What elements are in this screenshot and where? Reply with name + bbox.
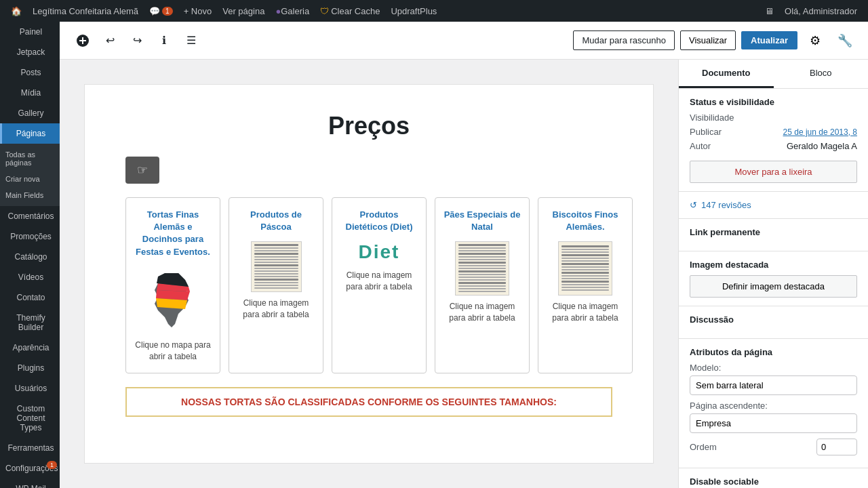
admin-greeting[interactable]: Olá, Administrador <box>779 0 863 22</box>
admin-clear-cache[interactable]: 🛡 Clear Cache <box>315 0 385 22</box>
editor-wrap: ↩ ↪ ℹ ☰ Mudar para rascunho Visualizar A… <box>60 22 868 488</box>
order-input[interactable] <box>816 439 857 455</box>
info-button[interactable]: ℹ <box>152 28 176 53</box>
admin-comments[interactable]: 💬 1 <box>144 0 178 22</box>
admin-bar: 🏠 Legítima Confeitaria Alemã 💬 1 + Novo … <box>0 0 868 22</box>
sidebar-item-videos[interactable]: Vídeos <box>0 267 60 287</box>
pascoa-doc-image <box>251 241 302 292</box>
painel-label: Painel <box>20 27 42 37</box>
sidebar-item-midia[interactable]: Mídia <box>0 83 60 103</box>
sidebar-item-contato[interactable]: Contato <box>0 287 60 308</box>
admin-right: 🖥 Olá, Administrador <box>760 0 863 22</box>
price-card-tortas[interactable]: Tortas Finas Alemãs e Docinhos para Fest… <box>125 197 220 373</box>
revisions-icon: ↺ <box>690 200 697 210</box>
admin-new[interactable]: + Novo <box>178 0 218 22</box>
settings-button[interactable]: ⚙ <box>803 28 827 53</box>
cct-label: Custom Content Types <box>16 404 45 432</box>
status-section: Status e visibilidade Visibilidade Publi… <box>679 89 868 192</box>
add-block-button[interactable] <box>71 28 95 53</box>
revisions-section: ↺ 147 revisões <box>679 192 868 219</box>
price-card-biscoitos[interactable]: Biscoitos Finos Alemães. <box>538 197 633 373</box>
tab-bloco[interactable]: Bloco <box>774 60 869 88</box>
publish-date[interactable]: 25 de jun de 2013, 8 <box>783 127 857 137</box>
configuracoes-badge: 1 <box>47 461 57 469</box>
toolbar-right: Mudar para rascunho Visualizar Atualizar… <box>573 28 857 53</box>
sidebar-item-posts[interactable]: Posts <box>0 62 60 83</box>
ferramentas-label: Ferramentas <box>7 443 54 453</box>
set-featured-image-button[interactable]: Definir imagem destacada <box>690 275 857 298</box>
card-title-pascoa: Produtos de Páscoa <box>237 209 315 233</box>
admin-gallery[interactable]: ● Galeria <box>270 0 315 22</box>
model-input[interactable] <box>690 375 857 395</box>
price-card-pascoa[interactable]: Produtos de Páscoa <box>229 197 323 373</box>
undo-button[interactable]: ↩ <box>98 28 122 53</box>
price-card-diet[interactable]: Produtos Dietéticos (Diet) Diet Clique n… <box>332 197 427 373</box>
publish-label: Publicar <box>690 127 722 137</box>
update-button[interactable]: Atualizar <box>741 31 797 49</box>
sidebar-sub-all-pages[interactable]: Todas as páginas <box>0 146 60 171</box>
themify-label: Themify Builder <box>16 313 45 332</box>
sidebar-item-plugins[interactable]: Plugins <box>0 358 60 378</box>
natal-doc-image <box>455 241 509 296</box>
posts-label: Posts <box>20 68 41 77</box>
sidebar-item-cct[interactable]: Custom Content Types <box>0 399 60 438</box>
sidebar-item-comentarios[interactable]: Comentários <box>0 206 60 226</box>
tools-button[interactable]: 🔧 <box>833 28 857 53</box>
sidebar-sub-create-new[interactable]: Criar nova <box>0 171 60 187</box>
tab-documento[interactable]: Documento <box>679 60 774 88</box>
sidebar-item-usuarios[interactable]: Usuários <box>0 378 60 399</box>
admin-wp-logo[interactable]: 🏠 <box>5 0 27 22</box>
sidebar-item-painel[interactable]: Painel <box>0 22 60 42</box>
editor-main[interactable]: Preços ☞ Tortas Finas Alemãs e Docinhos … <box>84 84 654 464</box>
bottom-banner: NOSSAS TORTAS SÃO CLASSIFICADAS CONFORME… <box>125 387 612 417</box>
admin-screen-icon[interactable]: 🖥 <box>760 0 779 22</box>
pointer-block: ☞ <box>125 157 159 184</box>
sidebar-item-themify[interactable]: Themify Builder <box>0 308 60 338</box>
disable-sociable-section: Disable sociable <box>679 468 868 488</box>
redo-button[interactable]: ↪ <box>125 28 149 53</box>
sidebar-item-promocoes[interactable]: Promoções <box>0 226 60 247</box>
revisions-row[interactable]: ↺ 147 revisões <box>690 200 857 210</box>
sidebar: Painel Jetpack Posts Mídia Gallery Págin… <box>0 22 60 488</box>
paginas-label: Páginas <box>16 129 45 138</box>
discussion-section: Discussão <box>679 306 868 339</box>
trash-button[interactable]: Mover para a lixeira <box>690 161 857 183</box>
germany-map-icon <box>148 270 199 331</box>
author-value: Geraldo Magela A <box>787 141 857 151</box>
jetpack-label: Jetpack <box>17 47 45 57</box>
featured-image-section: Imagem destacada Definir imagem destacad… <box>679 251 868 306</box>
contato-label: Contato <box>16 293 45 302</box>
sidebar-item-paginas[interactable]: Páginas <box>0 123 60 144</box>
publish-row: Publicar 25 de jun de 2013, 8 <box>690 127 857 137</box>
list-view-button[interactable]: ☰ <box>179 28 203 53</box>
sidebar-item-aparencia[interactable]: Aparência <box>0 338 60 358</box>
preview-button[interactable]: Visualizar <box>680 30 736 50</box>
sidebar-item-gallery[interactable]: Gallery <box>0 103 60 123</box>
admin-updraftplus[interactable]: UpdraftPlus <box>385 0 442 22</box>
card-click-text-tortas: Clique no mapa para abrir a tabela <box>134 340 212 363</box>
sidebar-item-catalogo[interactable]: Catálogo <box>0 247 60 267</box>
revisions-label: 147 revisões <box>701 200 751 210</box>
bottom-banner-text: NOSSAS TORTAS SÃO CLASSIFICADAS CONFORME… <box>138 396 600 407</box>
sidebar-item-configuracoes[interactable]: Configurações 1 <box>0 458 60 479</box>
draft-button[interactable]: Mudar para rascunho <box>573 30 675 50</box>
parent-input[interactable] <box>690 413 857 433</box>
order-row: Ordem <box>690 439 857 455</box>
admin-site-name[interactable]: Legítima Confeitaria Alemã <box>27 0 144 22</box>
author-row: Autor Geraldo Magela A <box>690 141 857 151</box>
sidebar-sub-main-fields[interactable]: Main Fields <box>0 187 60 203</box>
card-title-natal: Pães Especiais de Natal <box>443 209 521 233</box>
visibility-label: Visibilidade <box>690 113 734 123</box>
editor-toolbar: ↩ ↪ ℹ ☰ Mudar para rascunho Visualizar A… <box>60 22 868 60</box>
sidebar-item-ferramentas[interactable]: Ferramentas <box>0 438 60 458</box>
panel-tabs: Documento Bloco <box>679 60 868 89</box>
price-card-natal[interactable]: Pães Especiais de Natal <box>435 197 530 373</box>
permalink-section: Link permanente <box>679 219 868 251</box>
admin-view-page[interactable]: Ver página <box>217 0 270 22</box>
aparencia-label: Aparência <box>12 343 49 352</box>
sidebar-item-jetpack[interactable]: Jetpack <box>0 42 60 62</box>
parent-label: Página ascendente: <box>690 401 857 411</box>
card-click-text-natal: Clique na imagem para abrir a tabela <box>443 301 521 324</box>
videos-label: Vídeos <box>18 272 43 282</box>
sidebar-item-wpmail[interactable]: WP Mail SMTP <box>0 479 60 488</box>
